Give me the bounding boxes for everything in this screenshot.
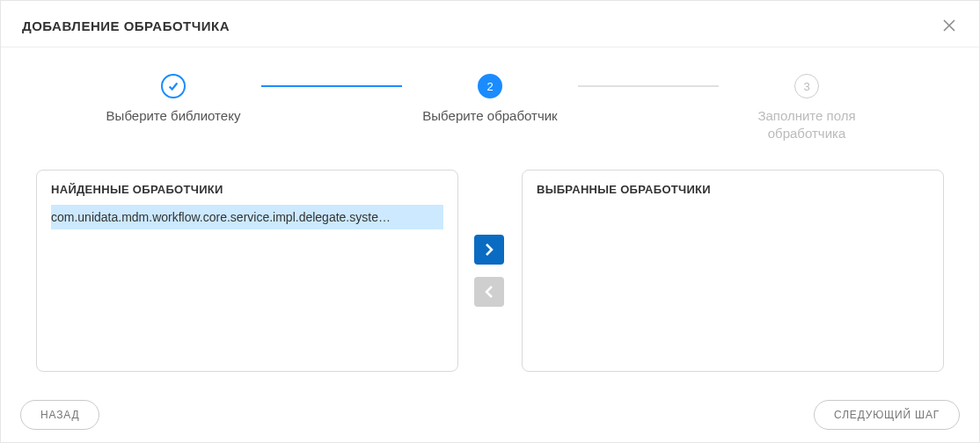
chevron-right-icon bbox=[485, 243, 494, 256]
step-2-circle: 2 bbox=[478, 74, 502, 98]
step-1: Выберите библиотеку bbox=[85, 74, 261, 125]
step-3-circle: 3 bbox=[794, 74, 819, 98]
step-2-number: 2 bbox=[486, 80, 493, 93]
move-left-button[interactable] bbox=[474, 277, 504, 307]
found-handlers-panel: НАЙДЕННЫЕ ОБРАБОТЧИКИ com.unidata.mdm.wo… bbox=[36, 170, 458, 373]
selected-handlers-list bbox=[537, 205, 929, 363]
transfer-panels: НАЙДЕННЫЕ ОБРАБОТЧИКИ com.unidata.mdm.wo… bbox=[36, 170, 944, 373]
back-button[interactable]: НАЗАД bbox=[20, 400, 99, 430]
step-3-number: 3 bbox=[803, 80, 809, 93]
dialog-header: ДОБАВЛЕНИЕ ОБРАБОТЧИКА bbox=[1, 1, 979, 47]
dialog-body: Выберите библиотеку 2 Выберите обработчи… bbox=[1, 47, 979, 389]
selected-handlers-title: ВЫБРАННЫЕ ОБРАБОТЧИКИ bbox=[537, 183, 929, 196]
close-icon bbox=[942, 18, 956, 33]
move-right-button[interactable] bbox=[474, 235, 504, 265]
found-handlers-list: com.unidata.mdm.workflow.core.service.im… bbox=[51, 205, 443, 363]
step-2: 2 Выберите обработчик bbox=[402, 74, 578, 125]
step-line-2 bbox=[578, 85, 719, 87]
found-handlers-title: НАЙДЕННЫЕ ОБРАБОТЧИКИ bbox=[51, 183, 443, 196]
add-handler-dialog: ДОБАВЛЕНИЕ ОБРАБОТЧИКА Выберите библиоте… bbox=[0, 0, 980, 443]
chevron-left-icon bbox=[485, 286, 494, 298]
dialog-title: ДОБАВЛЕНИЕ ОБРАБОТЧИКА bbox=[22, 18, 230, 33]
step-3-label: Заполните поля обработчика bbox=[719, 107, 895, 143]
stepper: Выберите библиотеку 2 Выберите обработчи… bbox=[36, 74, 944, 143]
step-3: 3 Заполните поля обработчика bbox=[719, 74, 895, 143]
step-line-1 bbox=[261, 85, 402, 87]
step-1-label: Выберите библиотеку bbox=[106, 107, 241, 125]
selected-handlers-panel: ВЫБРАННЫЕ ОБРАБОТЧИКИ bbox=[522, 170, 944, 373]
transfer-buttons bbox=[474, 235, 506, 307]
close-button[interactable] bbox=[940, 17, 958, 34]
check-icon bbox=[167, 80, 179, 92]
step-2-label: Выберите обработчик bbox=[422, 107, 557, 125]
dialog-footer: НАЗАД СЛЕДУЮЩИЙ ШАГ bbox=[1, 389, 979, 442]
step-1-circle bbox=[161, 74, 186, 98]
list-item[interactable]: com.unidata.mdm.workflow.core.service.im… bbox=[51, 205, 443, 229]
next-step-button[interactable]: СЛЕДУЮЩИЙ ШАГ bbox=[814, 400, 960, 430]
